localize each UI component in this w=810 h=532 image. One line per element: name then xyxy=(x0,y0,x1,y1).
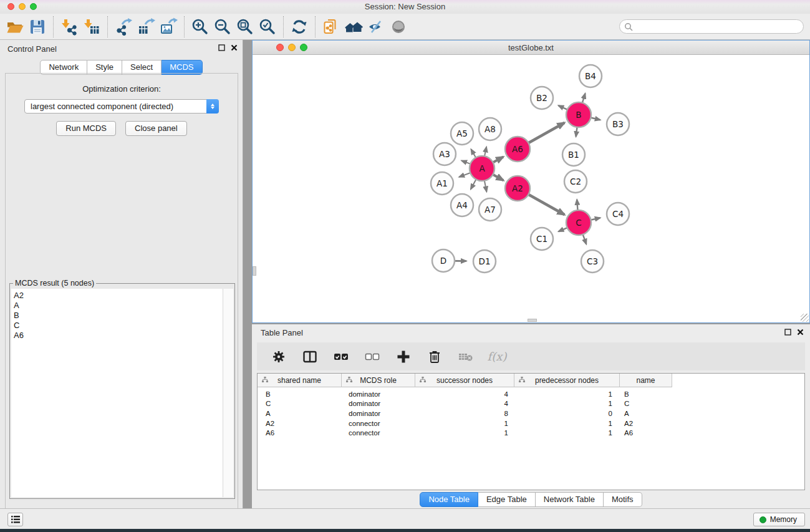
node-A4[interactable]: A4 xyxy=(451,194,473,216)
node-label: A6 xyxy=(512,144,523,154)
search-field[interactable] xyxy=(619,19,804,34)
vertical-scroll-nub[interactable] xyxy=(253,266,256,276)
table-cell: C xyxy=(258,400,342,407)
node-D1[interactable]: D1 xyxy=(473,250,496,273)
zoom-out-button[interactable] xyxy=(211,16,234,38)
resize-grip[interactable] xyxy=(801,314,809,322)
node-label: A1 xyxy=(436,178,448,188)
tab-node-table[interactable]: Node Table xyxy=(420,492,478,507)
table-row[interactable]: A6connector11A6 xyxy=(258,428,804,438)
tab-motifs[interactable]: Motifs xyxy=(604,492,642,507)
result-item[interactable]: A6 xyxy=(14,331,223,341)
column-header-shared-name[interactable]: shared name xyxy=(258,374,342,387)
table-cell: 1 xyxy=(415,420,514,427)
tab-edge-table[interactable]: Edge Table xyxy=(478,492,536,507)
float-panel-icon[interactable] xyxy=(218,44,225,51)
result-item[interactable]: B xyxy=(14,311,223,321)
node-A1[interactable]: A1 xyxy=(431,172,453,195)
delete-columns-button[interactable] xyxy=(423,346,446,368)
node-A5[interactable]: A5 xyxy=(451,122,473,145)
table-cell: dominator xyxy=(342,390,415,398)
result-item[interactable]: A2 xyxy=(14,291,223,301)
node-C4[interactable]: C4 xyxy=(607,203,629,225)
node-C[interactable]: C xyxy=(566,210,591,235)
save-icon xyxy=(28,17,47,36)
mcds-result-box: MCDS result (5 nodes) A2ABCA6 xyxy=(9,283,235,499)
close-panel-button[interactable]: Close panel xyxy=(125,121,187,136)
table-row[interactable]: Cdominator41C xyxy=(258,399,804,409)
result-scrollbar[interactable] xyxy=(223,289,233,497)
column-header-MCDS-role[interactable]: MCDS role xyxy=(342,374,415,387)
node-C3[interactable]: C3 xyxy=(581,250,604,273)
node-A[interactable]: A xyxy=(470,156,494,181)
network-window-titlebar[interactable]: testGlobe.txt xyxy=(253,41,809,55)
select-all-columns-button[interactable] xyxy=(330,346,352,368)
node-A8[interactable]: A8 xyxy=(479,118,501,140)
node-A3[interactable]: A3 xyxy=(433,143,456,165)
table-cell: A6 xyxy=(620,429,672,437)
result-item[interactable]: A xyxy=(14,301,223,311)
node-label: B2 xyxy=(536,93,547,103)
table-row[interactable]: A2connector11A2 xyxy=(258,418,804,428)
zoom-in-button[interactable] xyxy=(189,16,211,38)
table-settings-button[interactable] xyxy=(268,346,290,368)
network-graph[interactable]: AA1A3A5A8A4A7A6A2BB2B4B3B1C2CC4C1C3DD1 xyxy=(253,56,809,323)
table-row[interactable]: Bdominator41B xyxy=(258,389,804,399)
node-A2[interactable]: A2 xyxy=(505,176,530,201)
export-image-button[interactable] xyxy=(157,16,180,38)
memory-button[interactable]: Memory xyxy=(753,513,805,526)
export-table-button[interactable] xyxy=(135,16,157,38)
node-C2[interactable]: C2 xyxy=(564,170,587,193)
criterion-select[interactable]: largest connected component (directed) xyxy=(24,99,219,114)
close-table-panel-icon[interactable] xyxy=(797,329,804,336)
memory-status-icon xyxy=(759,516,766,523)
save-session-button[interactable] xyxy=(26,16,49,38)
tab-network-table[interactable]: Network Table xyxy=(536,492,604,507)
open-file-button[interactable] xyxy=(4,16,26,38)
node-A7[interactable]: A7 xyxy=(479,198,501,221)
hide-selected-button[interactable] xyxy=(365,16,387,38)
node-A6[interactable]: A6 xyxy=(505,137,530,162)
table-row[interactable]: Adominator80A xyxy=(258,409,804,418)
mcds-result-list: A2ABCA6 xyxy=(11,289,223,497)
unchecked-boxes-icon xyxy=(364,349,380,364)
zoom-out-icon xyxy=(213,17,232,36)
network-canvas[interactable]: AA1A3A5A8A4A7A6A2BB2B4B3B1C2CC4C1C3DD1 xyxy=(253,56,809,322)
node-B[interactable]: B xyxy=(566,102,591,127)
table-cell: A xyxy=(258,410,342,417)
node-B4[interactable]: B4 xyxy=(579,65,602,87)
import-network-button[interactable] xyxy=(58,16,80,38)
node-B1[interactable]: B1 xyxy=(562,143,585,166)
new-network-from-selection-button[interactable] xyxy=(320,16,342,38)
column-header-successor-nodes[interactable]: successor nodes xyxy=(415,374,514,387)
float-table-panel-icon[interactable] xyxy=(784,329,791,336)
column-header-name[interactable]: name xyxy=(620,374,672,387)
status-bar: Memory xyxy=(0,508,810,529)
node-table[interactable]: shared nameMCDS rolesuccessor nodesprede… xyxy=(257,373,805,490)
run-mcds-button[interactable]: Run MCDS xyxy=(56,121,116,136)
deselect-all-columns-button[interactable] xyxy=(361,346,383,368)
function-builder-button[interactable]: f(x) xyxy=(486,346,508,368)
result-item[interactable]: C xyxy=(14,321,223,331)
delete-table-icon xyxy=(458,350,474,364)
horizontal-scroll-nub[interactable] xyxy=(528,319,537,322)
node-B2[interactable]: B2 xyxy=(531,87,553,109)
node-C1[interactable]: C1 xyxy=(531,228,553,250)
column-header-predecessor-nodes[interactable]: predecessor nodes xyxy=(514,374,620,387)
zoom-fit-button[interactable] xyxy=(234,16,256,38)
cybrowser-home-button[interactable] xyxy=(342,16,365,38)
delete-table-button[interactable] xyxy=(455,346,477,368)
node-D[interactable]: D xyxy=(432,249,455,272)
add-column-button[interactable] xyxy=(392,346,415,368)
export-network-button[interactable] xyxy=(112,16,135,38)
apply-layout-button[interactable] xyxy=(288,16,311,38)
split-panel-button[interactable] xyxy=(299,346,321,368)
node-B3[interactable]: B3 xyxy=(607,113,629,135)
zoom-selected-button[interactable] xyxy=(256,16,279,38)
close-panel-icon[interactable] xyxy=(231,44,238,51)
show-all-button[interactable] xyxy=(387,16,410,38)
search-input[interactable] xyxy=(635,22,803,31)
show-panel-list-button[interactable] xyxy=(7,513,23,526)
table-cell: B xyxy=(258,390,342,398)
import-table-button[interactable] xyxy=(80,16,103,38)
